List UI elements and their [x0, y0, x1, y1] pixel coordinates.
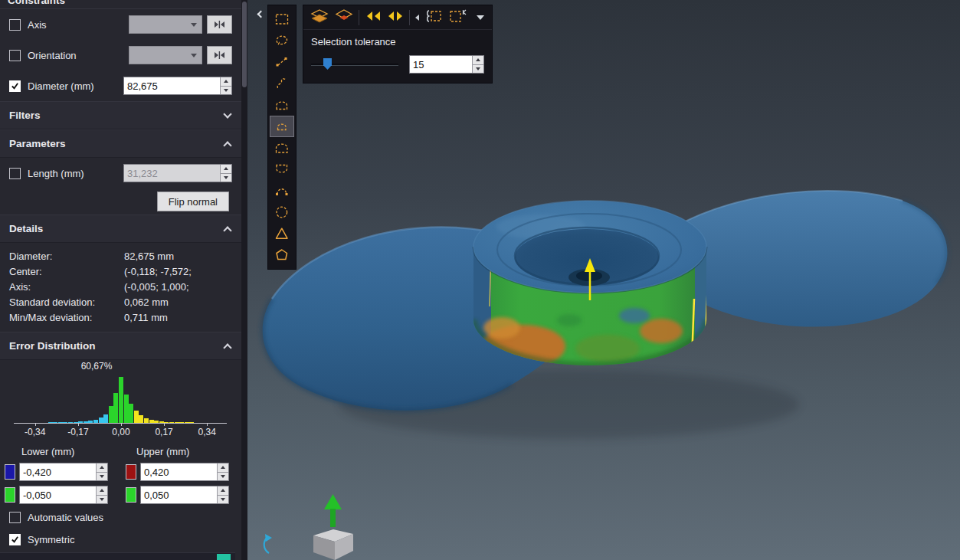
dome-select-icon[interactable]	[270, 94, 294, 116]
histogram-bar	[134, 411, 139, 423]
gizmo-up-arrow-icon	[324, 494, 342, 509]
line-select-icon[interactable]	[270, 51, 294, 73]
lower-outer-color-swatch[interactable]	[5, 464, 15, 480]
length-numbox	[123, 164, 232, 182]
spin-up-icon	[221, 466, 225, 469]
rectangle-select-icon[interactable]	[270, 8, 294, 30]
region-select-alt-icon[interactable]	[448, 8, 468, 27]
upper-inner-input[interactable]	[141, 486, 217, 503]
panel-scrollbar[interactable]	[241, 0, 247, 560]
selection-tolerance-input[interactable]	[410, 56, 472, 73]
detail-label: Axis:	[9, 281, 124, 293]
spin-down-icon	[224, 176, 228, 179]
symmetric-label: Symmetric	[28, 534, 74, 545]
axis-pick-button[interactable]	[207, 15, 232, 34]
histogram-axis	[14, 423, 227, 424]
hist-tick-label: -0,34	[25, 427, 45, 437]
orientation-pick-button[interactable]	[207, 46, 232, 64]
spin-up-button[interactable]	[221, 165, 231, 173]
chevron-down-icon	[191, 54, 197, 57]
dropdown-caret-icon[interactable]	[477, 15, 484, 20]
spin-up-button[interactable]	[221, 77, 231, 86]
detail-row: Diameter:82,675 mm	[9, 248, 232, 264]
error-distribution-title: Error Distribution	[9, 340, 96, 352]
prev-selection-icon[interactable]	[415, 15, 419, 21]
select-through-icon[interactable]	[335, 8, 353, 27]
symmetric-checkbox[interactable]	[9, 534, 21, 545]
slider-handle[interactable]	[323, 58, 332, 70]
clipped-teal-icon	[217, 554, 231, 560]
polygon-select-icon[interactable]	[270, 244, 294, 266]
triangle-select-icon[interactable]	[270, 223, 294, 244]
orientation-combo[interactable]	[129, 46, 202, 64]
spin-down-button[interactable]	[221, 86, 231, 95]
spin-up-button[interactable]	[97, 463, 107, 472]
histogram-bar	[129, 404, 133, 423]
circle-select-icon[interactable]	[270, 201, 294, 223]
spin-down-button[interactable]	[473, 64, 483, 74]
chevron-down-icon	[191, 23, 197, 27]
dome-small-select-icon[interactable]	[270, 116, 294, 137]
flip-normal-button[interactable]: Flip normal	[157, 192, 229, 211]
upper-inner-color-swatch[interactable]	[126, 487, 136, 503]
outer-bounds-row	[0, 460, 241, 483]
upper-outer-color-swatch[interactable]	[126, 464, 136, 480]
diameter-label: Diameter (mm)	[28, 80, 123, 92]
spin-down-icon	[221, 475, 225, 478]
histogram-peak-label: 60,67%	[81, 361, 113, 372]
lower-inner-color-swatch[interactable]	[5, 487, 15, 503]
selection-tolerance-panel: Selection tolerance	[303, 30, 492, 83]
axis-label: Axis	[28, 19, 129, 31]
scrollbar-thumb[interactable]	[242, 2, 247, 87]
chevron-down-icon	[223, 110, 231, 118]
lasso-select-icon[interactable]	[270, 30, 294, 51]
orientation-gizmo[interactable]	[257, 490, 372, 560]
parameters-section-header[interactable]: Parameters	[0, 129, 241, 158]
shrink-selection-icon[interactable]	[387, 10, 404, 25]
diameter-row: Diameter (mm)	[0, 70, 241, 101]
spin-up-button[interactable]	[218, 463, 228, 472]
length-spinner	[220, 165, 231, 182]
spin-down-button[interactable]	[97, 472, 107, 481]
spinner	[96, 486, 107, 503]
curve-select-icon[interactable]	[270, 73, 294, 94]
selection-toolbar	[303, 5, 492, 30]
spin-down-button[interactable]	[218, 472, 228, 481]
spin-down-button[interactable]	[221, 173, 231, 182]
selection-tolerance-slider[interactable]	[311, 58, 398, 70]
dome-flipped-select-icon[interactable]	[270, 159, 294, 180]
spin-up-button[interactable]	[218, 486, 228, 495]
histogram-bar	[113, 393, 118, 423]
spin-up-icon	[476, 58, 480, 61]
error-distribution-section-header[interactable]: Error Distribution	[0, 332, 241, 360]
spin-down-button[interactable]	[97, 495, 107, 504]
propeller-model-canvas[interactable]	[247, 0, 960, 560]
details-section-header[interactable]: Details	[0, 215, 241, 243]
chevron-up-icon	[223, 141, 231, 149]
arc-select-icon[interactable]	[270, 180, 294, 201]
automatic-values-checkbox[interactable]	[9, 512, 21, 523]
dome-large-select-icon[interactable]	[270, 137, 294, 159]
panel-collapse-button[interactable]	[254, 8, 266, 20]
spin-up-button[interactable]	[97, 486, 107, 495]
lower-inner-input[interactable]	[20, 486, 96, 503]
pick-entity-icon	[213, 20, 226, 29]
viewport-3d[interactable]: Selection tolerance	[247, 0, 960, 560]
axis-combo[interactable]	[129, 15, 202, 34]
diameter-checkbox[interactable]	[9, 80, 21, 92]
diameter-input[interactable]	[124, 77, 220, 94]
orientation-checkbox[interactable]	[9, 50, 21, 61]
axis-checkbox[interactable]	[9, 19, 21, 31]
region-select-icon[interactable]	[424, 8, 443, 27]
upper-outer-input[interactable]	[141, 463, 217, 480]
spin-down-button[interactable]	[218, 495, 228, 504]
length-input[interactable]	[124, 165, 220, 182]
filters-section-header[interactable]: Filters	[0, 101, 241, 129]
pick-entity-icon	[213, 51, 226, 60]
stacked-layers-select-icon[interactable]	[310, 8, 329, 27]
grow-selection-icon[interactable]	[365, 10, 382, 25]
length-checkbox[interactable]	[9, 168, 21, 179]
lower-outer-input[interactable]	[20, 463, 96, 480]
spin-up-button[interactable]	[473, 56, 483, 64]
constraints-section-header[interactable]: Constraints	[0, 0, 241, 9]
